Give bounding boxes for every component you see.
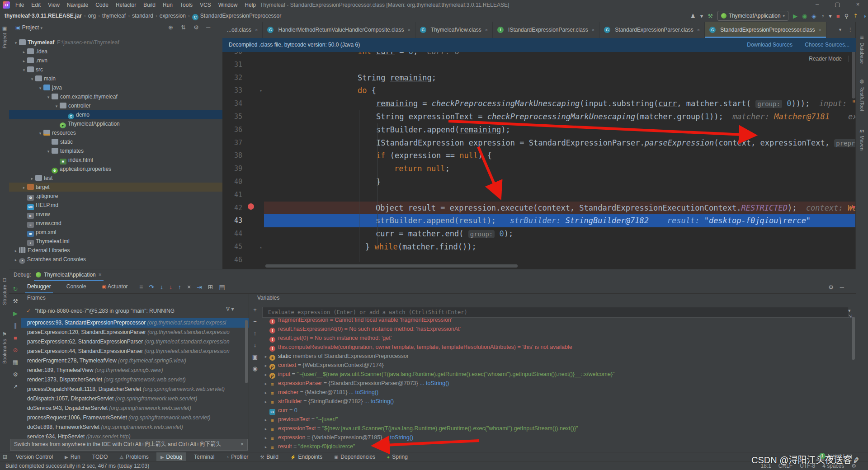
hide-panel-icon[interactable]: ─ <box>206 22 210 33</box>
line-number-44[interactable]: 44 <box>227 227 242 240</box>
tree-item-mvn[interactable]: ▸.mvn <box>9 56 222 65</box>
frame-row[interactable]: render:189, ThymeleafView (org.thymeleaf… <box>21 366 249 375</box>
code-line-42[interactable]: 42Object result = expression.execute(con… <box>222 202 856 215</box>
variable-row[interactable]: ▸pcontext = {WebExpressionContext@7174} <box>262 361 854 370</box>
tool-window-project-button[interactable]: ▣ Project <box>0 25 9 48</box>
tree-item-target[interactable]: ▸target <box>9 183 222 192</box>
frame-row[interactable]: doService:943, DispatcherServlet (org.sp… <box>21 404 249 413</box>
frame-row[interactable]: doDispatch:1057, DispatcherServlet (org.… <box>21 394 249 404</box>
code-line-39[interactable]: 39return null; <box>222 162 856 175</box>
variable-row[interactable]: ▸≡expressionText = "${new java.util.Scan… <box>262 424 854 433</box>
frame-row[interactable]: parseExpression:62, StandardExpressionPa… <box>21 337 249 347</box>
tree-item-thymeleaf[interactable]: ▾ThymeleafF:\javasec-env\Thymeleaf <box>9 38 222 47</box>
menu-edit[interactable]: Edit <box>28 0 44 10</box>
step-out-icon[interactable]: ↑ <box>178 283 181 291</box>
layout-icon[interactable]: ▤ <box>219 283 225 291</box>
code-line-34[interactable]: 34remaining = checkPreprocessingMarkUnes… <box>222 97 856 110</box>
stop-icon[interactable]: ■ <box>836 13 840 19</box>
tree-item-java[interactable]: ▾java <box>9 83 222 92</box>
update-icon[interactable]: ⇡ <box>853 13 858 19</box>
line-number-34[interactable]: 34 <box>227 97 242 110</box>
menu-view[interactable]: View <box>44 0 63 10</box>
line-number-35[interactable]: 35 <box>227 110 242 123</box>
variables-scrollbar[interactable] <box>852 317 855 360</box>
gradle-sync-icon[interactable]: ◑ <box>863 13 866 19</box>
stripe-button-debug[interactable]: ▶Debug <box>156 452 186 461</box>
frames-scrollbar[interactable] <box>245 320 248 383</box>
line-number-43[interactable]: 43 <box>227 214 242 227</box>
line-number-45[interactable]: 45 <box>227 240 242 254</box>
frame-row[interactable]: parseExpression:120, StandardExpressionP… <box>21 328 249 337</box>
line-number-42[interactable]: 42 <box>227 202 242 215</box>
menu-tools[interactable]: Tools <box>176 0 196 10</box>
filter-funnel-icon[interactable]: ∇ <box>226 306 231 312</box>
variable-row[interactable]: !fragmentExpression = Cannot find local … <box>262 315 854 324</box>
breadcrumb-item-thymeleaf[interactable]: thymeleaf <box>102 13 126 19</box>
close-tab-icon[interactable]: × <box>485 27 488 33</box>
tree-item-thymeleaf-iml[interactable]: ▪Thymeleaf.iml <box>9 237 222 246</box>
tree-item-demo[interactable]: Cdemo <box>9 110 222 119</box>
frame-row[interactable]: processRequest:1006, FrameworkServlet (o… <box>21 413 249 423</box>
close-tab-icon[interactable]: × <box>407 27 410 33</box>
evaluate-expression-input[interactable] <box>267 309 825 316</box>
debug-bug-icon[interactable]: ◉ <box>802 13 807 19</box>
fold-marker-icon[interactable]: ▴ <box>259 240 262 254</box>
line-number-37[interactable]: 37 <box>227 136 242 150</box>
pin-icon[interactable]: ↗ <box>13 383 18 390</box>
stripe-button-terminal[interactable]: Terminal <box>190 452 218 461</box>
stop-icon[interactable]: ■ <box>14 334 17 341</box>
expand-icon[interactable]: ▸ <box>262 352 269 361</box>
code-line-32[interactable]: 32String remaining; <box>222 71 856 85</box>
variable-row[interactable]: ▸sstatic members of StandardExpressionPr… <box>262 352 854 361</box>
tree-item-com-example-thymeleaf[interactable]: ▾com.example.thymeleaf <box>9 92 222 101</box>
variable-row[interactable]: !this.computeResolvable(configuration, o… <box>262 343 854 352</box>
frame-row[interactable]: parseExpression:44, StandardExpressionPa… <box>21 347 249 356</box>
code-line-35[interactable]: 35String expressionText = checkPreproces… <box>222 110 856 123</box>
horizontal-scrollbar[interactable] <box>265 264 518 268</box>
debugger-tab-actuator[interactable]: ◉ Actuator <box>100 281 130 293</box>
expand-icon[interactable]: ▸ <box>262 397 269 406</box>
step-over-icon[interactable]: ↷ <box>149 283 154 291</box>
menu-file[interactable]: File <box>12 0 28 10</box>
tree-item-index-html[interactable]: Hindex.html <box>9 155 222 164</box>
stripe-button-dependencies[interactable]: ▣Dependencies <box>330 452 379 461</box>
tree-item-external-libraries[interactable]: ▸External Libraries <box>9 246 222 255</box>
variable-row[interactable]: ▸≡expressionParser = {StandardExpression… <box>262 379 854 388</box>
pause-icon[interactable]: ∥ <box>14 322 17 329</box>
thread-filter-icons[interactable]: ∇ ▾ <box>226 306 234 312</box>
code-line-43[interactable]: 43strBuilder.append(result); strBuilder:… <box>222 214 856 227</box>
expand-icon[interactable]: ▸ <box>262 379 269 388</box>
frame-row[interactable]: doGet:898, FrameworkServlet (org.springf… <box>21 423 249 432</box>
expand-icon[interactable]: ▸ <box>262 424 269 433</box>
locate-icon[interactable]: ⊕ <box>168 22 173 33</box>
profiler-icon[interactable]: ◔ <box>821 13 824 19</box>
stripe-button-problems[interactable]: ⚠Problems <box>115 452 153 461</box>
choose-sources-link[interactable]: Choose Sources... <box>805 38 849 52</box>
add-watch-icon[interactable]: + <box>253 306 257 313</box>
tab-list-dropdown-icon[interactable]: ▼ <box>838 28 842 32</box>
variable-row[interactable]: 01curr = 0 <box>262 406 854 415</box>
line-number-36[interactable]: 36 <box>227 123 242 136</box>
menu-refactor[interactable]: Refactor <box>112 0 140 10</box>
variable-row[interactable]: ▸pinput = "~{user/__${new java.util.Scan… <box>262 370 854 379</box>
remove-watch-icon[interactable]: − <box>253 318 257 325</box>
debug-session-tab[interactable]: ThymeleafApplication × <box>34 269 104 281</box>
expand-icon[interactable]: ▸ <box>262 433 269 442</box>
menu-help[interactable]: Help <box>241 0 259 10</box>
editor-tab-thymeleafview-class[interactable]: CThymeleafView.class× <box>415 22 493 38</box>
project-panel-title[interactable]: Project <box>22 24 39 31</box>
variable-row[interactable]: !result.hasExpressionAt(0) = No such ins… <box>262 324 854 334</box>
build-hammer-icon[interactable]: ⚒ <box>708 13 713 19</box>
user-dropdown-icon[interactable]: ▾ <box>700 13 703 19</box>
view-breakpoints-icon[interactable]: ▦ <box>13 359 18 366</box>
stripe-button-todo[interactable]: TODO <box>88 452 112 461</box>
profiler-dropdown-icon[interactable]: ▾ <box>829 13 832 19</box>
breadcrumb-item-standardexpressionpreprocessor[interactable]: CStandardExpressionPreprocessor <box>192 13 281 19</box>
tree-item-main[interactable]: ▾main <box>9 74 222 83</box>
close-tab-icon[interactable]: × <box>592 27 594 33</box>
code-line-45[interactable]: 45▴} while(matcher.find()); <box>222 240 856 254</box>
stripe-button-profiler[interactable]: ◔Profiler <box>222 452 252 461</box>
variable-row[interactable]: ▸≡previousText = "~{user/" <box>262 415 854 424</box>
line-number-31[interactable]: 31 <box>227 58 242 71</box>
restore-layout-icon[interactable]: ⚙ <box>13 371 18 378</box>
